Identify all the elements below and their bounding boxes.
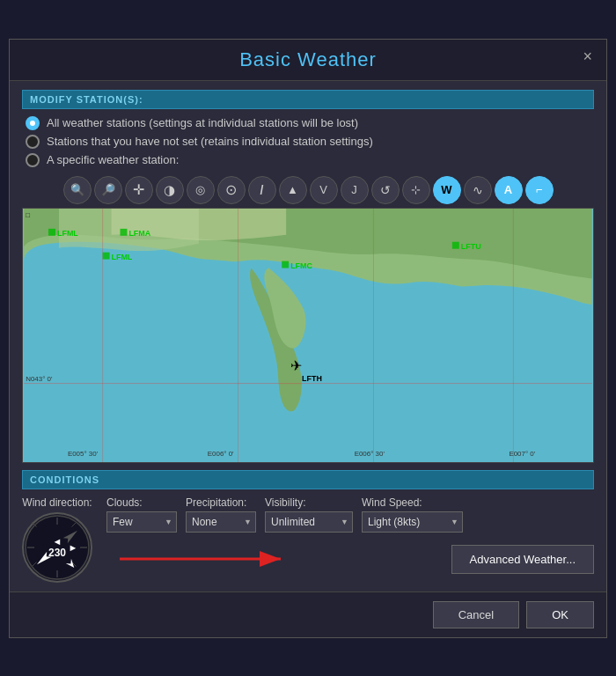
svg-text:◄: ◄ (53, 536, 62, 547)
tool-magnify1[interactable]: 🔍 (63, 176, 92, 204)
svg-rect-6 (48, 228, 55, 235)
clouds-group: Clouds: Few None Scattered Broken Overca… (106, 496, 177, 533)
tool-w[interactable]: W (433, 176, 461, 204)
visibility-select-wrapper: Unlimited 10SM 5SM 3SM 1SM (265, 511, 353, 533)
wind-speed-group: Wind Speed: Light (8kts) Calm (0kts) Mod… (362, 496, 463, 533)
svg-text:LFMA: LFMA (128, 228, 150, 237)
wind-speed-select[interactable]: Light (8kts) Calm (0kts) Moderate (15kts… (362, 511, 463, 533)
precipitation-select-wrapper: None Light Rain Heavy Rain Snow (186, 511, 256, 533)
clouds-select[interactable]: Few None Scattered Broken Overcast (106, 511, 177, 533)
svg-rect-10 (103, 252, 110, 259)
svg-rect-12 (282, 261, 289, 268)
conditions-section-header: CONDITIONS (22, 470, 594, 489)
cancel-button[interactable]: Cancel (433, 601, 519, 628)
tool-magnify2[interactable]: 🔎 (94, 176, 122, 204)
radio-circle-not-set (26, 135, 40, 149)
tool-a[interactable]: A (495, 176, 523, 204)
svg-text:LFMC: LFMC (290, 261, 312, 269)
svg-text:LFTU: LFTU (461, 241, 481, 250)
svg-text:E007° 0': E007° 0' (509, 450, 535, 458)
map-svg: LFML LFMA LFML LFMC LFTU ✈ LFTH N043° 0'… (23, 209, 593, 462)
radio-group: All weather stations (settings at indivi… (22, 116, 594, 167)
svg-text:E005° 30': E005° 30' (68, 450, 99, 458)
tool-move[interactable]: ✛ (125, 176, 153, 204)
dialog-body: MODIFY STATION(S): All weather stations … (10, 81, 606, 592)
svg-text:230: 230 (48, 547, 66, 559)
precipitation-select[interactable]: None Light Rain Heavy Rain Snow (186, 511, 256, 533)
svg-text:E006° 30': E006° 30' (355, 450, 385, 458)
compass-svg: ◄ 230 ► (24, 514, 91, 581)
precipitation-group: Precipitation: None Light Rain Heavy Rai… (186, 496, 256, 533)
svg-text:□: □ (26, 210, 30, 218)
ok-button[interactable]: OK (526, 601, 594, 628)
advanced-weather-button[interactable]: Advanced Weather... (451, 545, 594, 574)
toolbar: 🔍 🔎 ✛ ◑ ◎ ⊙ / ▲ V J ↺ ⊹ W ∿ A ⌐ (22, 176, 594, 204)
svg-text:►: ► (69, 542, 78, 553)
clouds-select-wrapper: Few None Scattered Broken Overcast (106, 511, 177, 533)
radio-label-specific: A specific weather station: (47, 153, 179, 166)
controls-row: Clouds: Few None Scattered Broken Overca… (106, 496, 594, 533)
tool-antenna[interactable]: ⊹ (402, 176, 430, 204)
svg-text:✈: ✈ (290, 357, 302, 372)
tool-arr[interactable]: ⌐ (525, 176, 554, 204)
svg-text:LFML: LFML (112, 252, 133, 261)
visibility-group: Visibility: Unlimited 10SM 5SM 3SM 1SM (265, 496, 353, 533)
tool-dot[interactable]: ⊙ (217, 176, 246, 204)
wind-speed-label: Wind Speed: (362, 496, 463, 509)
radio-label-all: All weather stations (settings at indivi… (47, 116, 358, 129)
wind-direction-label: Wind direction: (22, 496, 92, 509)
dialog-title: Basic Weather (239, 48, 377, 71)
tool-circle[interactable]: ◎ (187, 176, 215, 204)
tool-triangle[interactable]: ▲ (279, 176, 307, 204)
svg-text:LFTH: LFTH (302, 373, 322, 382)
arrow-row: Advanced Weather... (106, 545, 594, 574)
titlebar: Basic Weather × (10, 40, 606, 81)
close-button[interactable]: × (577, 47, 598, 66)
clouds-label: Clouds: (106, 496, 177, 509)
svg-text:LFML: LFML (57, 228, 78, 237)
svg-rect-14 (452, 241, 459, 248)
wind-speed-select-wrapper: Light (8kts) Calm (0kts) Moderate (15kts… (362, 511, 463, 533)
svg-text:E006° 0': E006° 0' (208, 450, 234, 458)
conditions-section: CONDITIONS Wind direction: (22, 470, 594, 583)
tool-slash[interactable]: / (248, 176, 276, 204)
dialog-footer: Cancel OK (10, 592, 606, 637)
tool-v[interactable]: V (310, 176, 338, 204)
tool-contrast[interactable]: ◑ (156, 176, 184, 204)
red-arrow-svg (115, 547, 291, 571)
radio-circle-all (26, 116, 40, 130)
svg-rect-8 (120, 228, 127, 235)
svg-text:N043° 0': N043° 0' (26, 374, 53, 382)
visibility-label: Visibility: (265, 496, 353, 509)
map-container[interactable]: LFML LFMA LFML LFMC LFTU ✈ LFTH N043° 0'… (22, 208, 594, 463)
tool-j[interactable]: J (341, 176, 369, 204)
tool-wave[interactable]: ∿ (464, 176, 492, 204)
conditions-row: Wind direction: (22, 496, 594, 583)
radio-circle-specific (26, 153, 40, 167)
radio-not-set[interactable]: Stations that you have not set (retains … (26, 135, 594, 149)
wind-compass[interactable]: ◄ 230 ► (22, 512, 92, 583)
radio-all-stations[interactable]: All weather stations (settings at indivi… (26, 116, 594, 130)
main-dialog: Basic Weather × MODIFY STATION(S): All w… (9, 39, 607, 638)
visibility-select[interactable]: Unlimited 10SM 5SM 3SM 1SM (265, 511, 353, 533)
modify-section-header: MODIFY STATION(S): (22, 90, 594, 109)
radio-label-not-set: Stations that you have not set (retains … (47, 135, 373, 148)
tool-loop[interactable]: ↺ (371, 176, 400, 204)
radio-specific[interactable]: A specific weather station: (26, 153, 594, 167)
precipitation-label: Precipitation: (186, 496, 256, 509)
